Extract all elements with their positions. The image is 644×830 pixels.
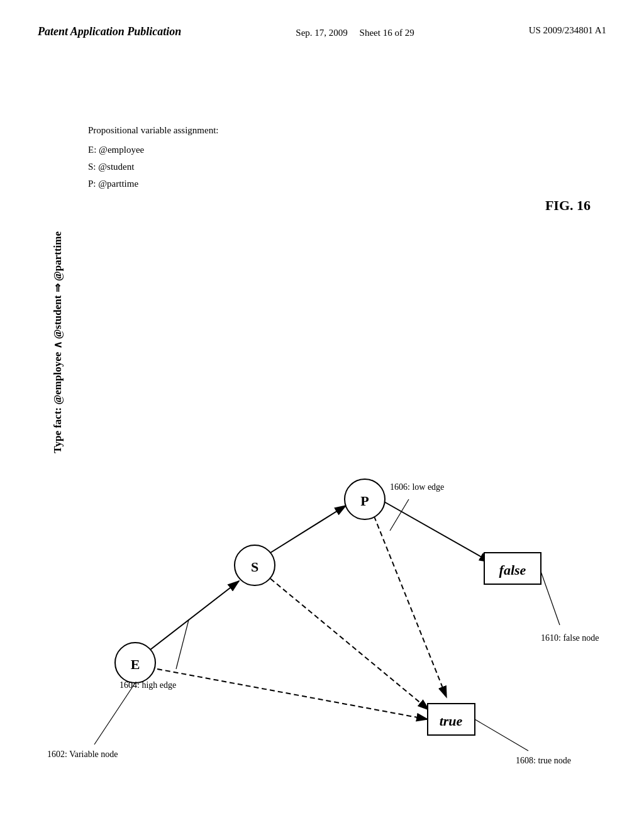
propositional-block: Propositional variable assignment: E: @e… [88,122,218,192]
diagram-svg: E S P false true 1602: Variable node 160… [38,292,604,830]
header-center: Sep. 17, 2009 Sheet 16 of 29 [296,25,414,40]
annotation-line-1604 [176,620,189,669]
main-content: Type fact: @employee ∧ @student ⇒ @partt… [0,53,644,814]
entry-S: S: @student [88,158,218,175]
sheet-info: Sheet 16 of 29 [360,28,414,38]
edge-E-S-high [142,581,239,656]
annotation-1604: 1604: high edge [119,680,176,690]
annotation-line-1610 [541,572,560,625]
node-E-label: E [131,656,140,672]
date: Sep. 17, 2009 [296,28,348,38]
annotation-1608: 1608: true node [516,756,571,765]
fig-label: FIG. 16 [545,197,591,214]
edge-S-true-low [264,573,429,710]
page-header: Patent Application Publication Sep. 17, … [0,0,644,53]
annotation-line-1606 [390,499,409,531]
edge-E-true-low [157,669,428,719]
annotation-1602: 1602: Variable node [47,750,118,759]
node-P-label: P [360,493,369,509]
terminal-false-label: false [499,562,526,578]
node-S-label: S [251,559,258,575]
entry-E: E: @employee [88,141,218,158]
edge-P-true-low [371,509,447,697]
annotation-line-1602 [94,683,135,744]
annotation-1606: 1606: low edge [390,482,444,492]
annotation-line-1608 [475,719,528,751]
annotation-1610: 1610: false node [541,633,599,643]
patent-number: US 2009/234801 A1 [529,25,606,36]
terminal-true-label: true [440,713,463,729]
entry-P: P: @parttime [88,175,218,192]
propositional-title: Propositional variable assignment: [88,122,218,139]
edge-S-P-high [270,506,346,553]
publication-title: Patent Application Publication [38,25,181,38]
edge-P-false-high [374,496,491,562]
